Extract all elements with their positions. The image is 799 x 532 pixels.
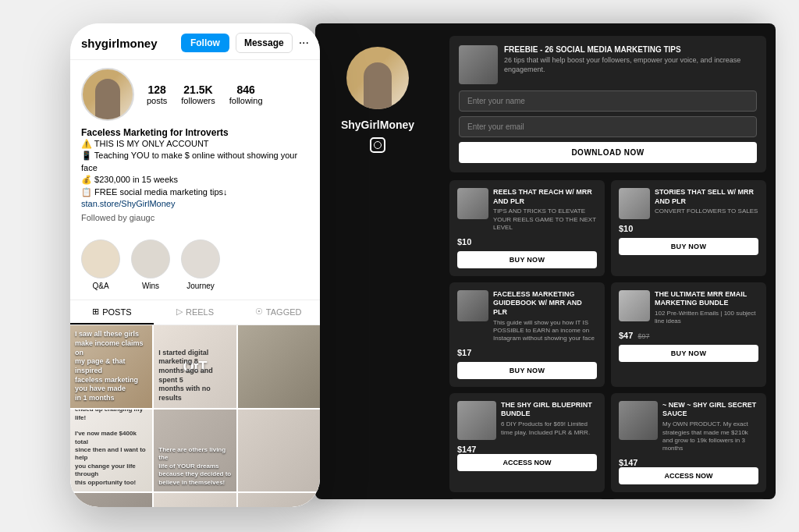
lt-products-column: FREEBIE - 26 SOCIAL MEDIA MARKETING TIPS…: [440, 23, 776, 499]
lt-buy-button-reels[interactable]: BUY NOW: [457, 251, 597, 268]
lt-product-title-email-bundle: The Ultimate MRR Email Marketing Bundle: [655, 290, 758, 308]
lt-product-email-bundle: The Ultimate MRR Email Marketing Bundle …: [611, 282, 766, 387]
reels-icon: ▷: [176, 307, 183, 317]
lt-access-button-blueprint[interactable]: ACCESS NOW: [457, 454, 597, 471]
followers-label: followers: [181, 96, 215, 105]
ig-username: shygirlmoney: [81, 37, 181, 50]
following-stat: 846 following: [229, 83, 263, 105]
follow-button[interactable]: Follow: [181, 34, 229, 52]
tab-tagged-label: TAGGED: [266, 307, 302, 317]
lt-product-title-reels: REELS THAT REACH W/ MRR AND PLR: [493, 188, 597, 206]
avatar: [81, 68, 134, 121]
lt-product-thumb-email-bundle: [619, 290, 650, 321]
lt-product-title-stories: STORIES THAT SELL W/ MRR AND PLR: [655, 188, 758, 206]
followed-by: Followed by giaugc: [81, 213, 309, 222]
highlight-wins[interactable]: Wins: [131, 239, 170, 290]
lt-product-secret-sauce: ~ NEW ~ SHY GIRL SECRET SAUCE My OWN PRO…: [611, 393, 766, 492]
lt-thumb-blueprint: [457, 401, 496, 440]
lt-buy-button-guidebook[interactable]: BUY NOW: [457, 362, 597, 379]
grid-post-2[interactable]: OtT I started digital marketing 8months …: [154, 325, 236, 407]
lt-download-button[interactable]: DOWNLOAD NOW: [459, 142, 757, 163]
lt-product-price-email-bundle: $47 $97: [619, 331, 758, 340]
lt-profile-column: ShyGirlMoney: [315, 23, 440, 499]
bio-name: Faceless Marketing for Introverts: [81, 127, 309, 138]
message-button[interactable]: Message: [236, 33, 293, 53]
lt-name: ShyGirlMoney: [341, 119, 414, 131]
following-label: following: [229, 96, 263, 105]
grid-post-4[interactable]: Decided to pivot to faceless3 months ago…: [70, 410, 152, 491]
grid-icon: ⊞: [92, 307, 99, 317]
bio-link[interactable]: stan.store/ShyGirlMoney: [81, 199, 175, 208]
posts-count: 128: [147, 83, 167, 96]
instagram-phone-mockup: shygirlmoney Follow Message ··· 128 post…: [70, 23, 320, 507]
lt-product-blueprint: THE SHY GIRL BLUEPRINT BUNDLE 6 DIY Prod…: [449, 393, 605, 492]
lt-product-desc-guidebook: This guide will show you how IT IS POSSI…: [493, 319, 597, 343]
ig-profile-section: 128 posts 21.5K followers 846 following …: [70, 60, 320, 230]
tag-icon: ☉: [255, 307, 263, 317]
lt-title-secret-sauce: ~ NEW ~ SHY GIRL SECRET SAUCE: [662, 401, 758, 419]
lt-product-price-reels: $10: [457, 237, 597, 246]
more-options-icon[interactable]: ···: [299, 36, 309, 50]
highlight-label-wins: Wins: [142, 282, 159, 290]
lt-freebie-thumbnail: [459, 45, 498, 84]
ig-bio: Faceless Marketing for Introverts ⚠️ THI…: [81, 127, 309, 210]
grid-post-6[interactable]: [238, 410, 320, 491]
lt-product-price-guidebook: $17: [457, 348, 597, 357]
lt-large-cards: THE SHY GIRL BLUEPRINT BUNDLE 6 DIY Prod…: [449, 393, 766, 492]
linktree-page: ShyGirlMoney FREEBIE - 26 SOCIAL MEDIA M…: [315, 23, 776, 499]
lt-title-blueprint: THE SHY GIRL BLUEPRINT BUNDLE: [501, 401, 597, 419]
lt-freebie-title: FREEBIE - 26 SOCIAL MEDIA MARKETING TIPS: [504, 45, 757, 54]
ig-stats: 128 posts 21.5K followers 846 following: [147, 83, 309, 105]
lt-desc-secret-sauce: My OWN PRODUCT. My exact strategies that…: [662, 420, 758, 453]
lt-product-thumb-stories: [619, 188, 650, 219]
highlight-circle-qa: [81, 239, 120, 278]
grid-post-3[interactable]: [238, 325, 320, 407]
grid-post-7[interactable]: totally changed mylife in one decision o…: [70, 493, 152, 507]
ig-posts-grid: I saw all these girlsmake income claims …: [70, 325, 320, 507]
lt-avatar: [346, 47, 409, 109]
grid-post-1-text: I saw all these girlsmake income claims …: [75, 330, 147, 403]
lt-product-stories: STORIES THAT SELL W/ MRR AND PLR CONVERT…: [611, 180, 766, 276]
lt-product-title-guidebook: Faceless Marketing Guidebook w/ MRR and …: [493, 290, 597, 317]
ig-tabs: ⊞ POSTS ▷ REELS ☉ TAGGED: [70, 300, 320, 325]
lt-product-desc-reels: TIPS AND TRICKS TO ELEVATE YOUR REELS GA…: [493, 207, 597, 232]
tab-posts[interactable]: ⊞ POSTS: [70, 300, 154, 325]
posts-stat: 128 posts: [147, 83, 167, 105]
lt-bottom-cards: THE Digital Mini The perfect-priced cour…: [449, 498, 766, 499]
grid-post-1[interactable]: I saw all these girlsmake income claims …: [70, 325, 152, 407]
highlight-circle-wins: [131, 239, 170, 278]
followers-stat: 21.5K followers: [181, 83, 215, 105]
lt-price-blueprint: $147: [457, 445, 597, 454]
lt-desc-blueprint: 6 DIY Products for $69! Limited time pla…: [501, 420, 597, 437]
grid-post-2-text: I started digital marketing 8months ago …: [158, 349, 231, 403]
highlight-journey[interactable]: Journey: [181, 239, 220, 290]
grid-post-9[interactable]: sat you on the besttsle for lazy girls14…: [238, 493, 320, 507]
lt-products-grid: REELS THAT REACH W/ MRR AND PLR TIPS AND…: [449, 180, 766, 387]
lt-access-button-secret-sauce[interactable]: ACCESS NOW: [619, 467, 758, 484]
lt-buy-button-email-bundle[interactable]: BUY NOW: [619, 345, 758, 362]
tab-tagged[interactable]: ☉ TAGGED: [236, 300, 320, 325]
posts-label: posts: [147, 96, 167, 105]
lt-freebie-info: FREEBIE - 26 SOCIAL MEDIA MARKETING TIPS…: [504, 45, 757, 84]
lt-product-desc-email-bundle: 102 Pre-Written Emails | 100 subject lin…: [655, 310, 758, 326]
tab-reels[interactable]: ▷ REELS: [154, 300, 237, 325]
lt-email-input[interactable]: [459, 116, 757, 137]
lt-thumb-secret-sauce: [619, 401, 658, 440]
lt-buy-button-stories[interactable]: BUY NOW: [619, 238, 758, 255]
lt-product-ubc: UBC UBC - THE ULTIMATE BRANDING COURSE |…: [611, 498, 766, 499]
lt-instagram-icon[interactable]: [370, 137, 385, 153]
ig-header-actions: Follow Message ···: [181, 33, 309, 53]
grid-post-8[interactable]: I made $120k+ onin the last 10: [154, 493, 236, 507]
highlight-qa[interactable]: Q&A: [81, 239, 120, 290]
lt-name-input[interactable]: [459, 90, 757, 112]
following-count: 846: [229, 83, 263, 96]
lt-freebie-section: FREEBIE - 26 SOCIAL MEDIA MARKETING TIPS…: [449, 36, 766, 172]
bio-text: ⚠️ THIS IS MY ONLY ACCOUNT 📱 Teaching YO…: [81, 138, 309, 210]
highlight-label-qa: Q&A: [92, 282, 108, 290]
grid-post-5[interactable]: There are others living thelife of YOUR …: [154, 410, 236, 491]
ig-highlights: Q&A Wins Journey: [70, 230, 320, 300]
highlight-circle-journey: [181, 239, 220, 278]
lt-product-thumb-guidebook: [457, 290, 488, 321]
tab-posts-label: POSTS: [102, 307, 131, 317]
lt-product-reels: REELS THAT REACH W/ MRR AND PLR TIPS AND…: [449, 180, 605, 276]
